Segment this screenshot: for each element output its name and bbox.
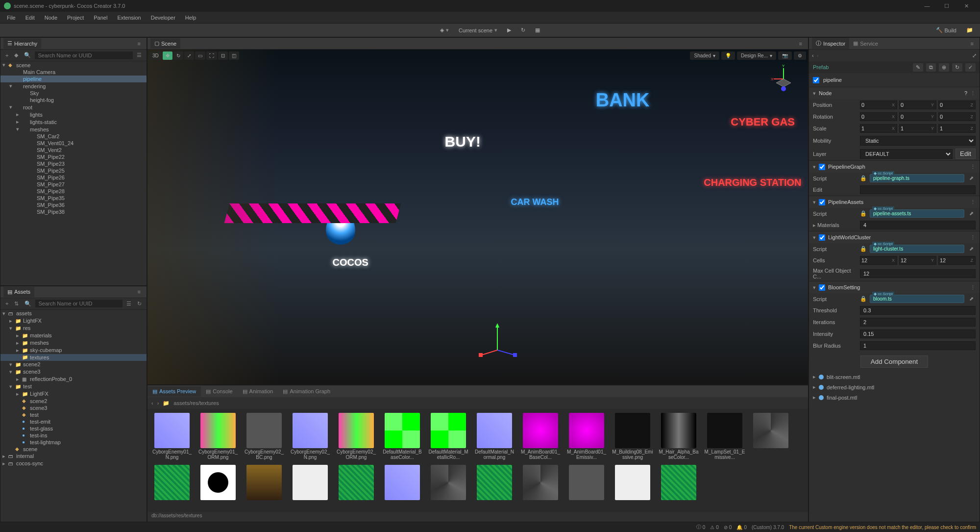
cells-x[interactable] xyxy=(860,256,890,264)
scale-tool[interactable]: ⤢ xyxy=(184,51,194,60)
notification-count[interactable]: 🔔 0 xyxy=(736,525,747,530)
shaded-dropdown[interactable]: Shaded ▾ xyxy=(690,51,719,60)
hierarchy-node[interactable]: ▾meshes xyxy=(0,126,147,133)
component-header[interactable]: ▾ LightWorldCluster⋮ xyxy=(809,231,980,243)
build-button[interactable]: 🔨 Build xyxy=(933,26,959,34)
component-header[interactable]: ▾ BloomSetting⋮ xyxy=(809,281,980,293)
menu-edit[interactable]: Edit xyxy=(21,13,40,23)
anchor-tool[interactable]: ⊡ xyxy=(218,51,228,60)
hierarchy-node[interactable]: SM_Pipe22 xyxy=(0,153,147,160)
material-row[interactable]: ▸deferred-lighting.mtl xyxy=(809,382,980,392)
position-y-input[interactable] xyxy=(900,101,929,109)
script-field[interactable]: ◆ cc.Scriptpipeline-assets.ts xyxy=(870,209,964,218)
prop-input[interactable] xyxy=(860,269,976,278)
rotation-y-input[interactable] xyxy=(900,113,929,121)
asset-cell[interactable]: M_AnimBoard01_BaseCol... xyxy=(520,413,561,460)
component-enabled-checkbox[interactable] xyxy=(819,234,825,241)
hierarchy-node[interactable]: SM_Pipe38 xyxy=(0,208,147,215)
bottom-tab-console[interactable]: ▤Console xyxy=(201,386,237,397)
sort-button[interactable]: ⇅ xyxy=(12,300,21,308)
hierarchy-node[interactable]: SM_Car2 xyxy=(0,133,147,140)
asset-node[interactable]: ▸📁meshes xyxy=(0,339,147,347)
close-button[interactable]: ✕ xyxy=(956,0,976,12)
folder-button[interactable]: 📁 xyxy=(963,26,976,34)
asset-node[interactable]: ◆scene3 xyxy=(0,405,147,411)
scale-z-input[interactable] xyxy=(939,125,969,132)
scene-dropdown[interactable]: Current scene ▾ xyxy=(456,26,500,34)
script-field[interactable]: ◆ cc.Scriptlight-cluster.ts xyxy=(870,245,964,253)
asset-cell[interactable]: M_Hair_Alpha_BaseColor... xyxy=(658,413,699,460)
add-component-button[interactable]: Add Component xyxy=(860,355,928,368)
history-forward-button[interactable]: › xyxy=(817,52,819,58)
assets-search-input[interactable] xyxy=(35,300,122,307)
rect-tool[interactable]: ▭ xyxy=(195,51,205,60)
transform-tool[interactable]: ⛶ xyxy=(206,51,217,60)
hierarchy-node[interactable]: SM_Pipe25 xyxy=(0,167,147,174)
cells-z[interactable] xyxy=(939,256,969,264)
hierarchy-node[interactable]: Sky xyxy=(0,90,147,97)
asset-cell[interactable] xyxy=(612,465,653,501)
bottom-tab-animation-graph[interactable]: ▤Animation Graph xyxy=(278,386,335,397)
prefab-unlink-button[interactable]: ⧉ xyxy=(926,63,936,72)
camera-button[interactable]: 📷 xyxy=(778,51,792,60)
component-enabled-checkbox[interactable] xyxy=(819,199,825,205)
hierarchy-node[interactable]: SM_Vent2 xyxy=(0,147,147,153)
section-menu-icon[interactable]: ⋮ xyxy=(970,90,976,97)
panel-menu-icon[interactable]: ≡ xyxy=(135,40,144,48)
hierarchy-tab[interactable]: ☰Hierarchy xyxy=(3,38,41,49)
hierarchy-node[interactable]: SM_Pipe28 xyxy=(0,188,147,195)
prop-input[interactable] xyxy=(860,185,976,194)
refresh-icon[interactable]: ↻ xyxy=(135,300,144,308)
breadcrumb-path[interactable]: assets/res/textures xyxy=(173,400,219,406)
transform-gizmo[interactable] xyxy=(478,321,517,360)
rotation-z-input[interactable] xyxy=(939,113,969,121)
maximize-button[interactable]: ☐ xyxy=(937,0,956,12)
panel-menu-icon[interactable]: ≡ xyxy=(135,288,144,296)
asset-node[interactable]: ▸🗃cocos-sync xyxy=(0,460,147,467)
hierarchy-node[interactable]: height-fog xyxy=(0,97,147,103)
asset-node[interactable]: ▸▦reflectionProbe_0 xyxy=(0,376,147,383)
panel-menu-icon[interactable]: ≡ xyxy=(968,40,977,48)
position-z-input[interactable] xyxy=(939,101,969,109)
script-field[interactable]: ◆ cc.Scriptbloom.ts xyxy=(870,295,964,303)
asset-cell[interactable] xyxy=(244,465,285,501)
refresh-button[interactable]: ↻ xyxy=(518,26,528,34)
asset-cell[interactable]: DefaultMaterial_MetallicRo... xyxy=(428,413,469,460)
component-header[interactable]: ▾ PiepelineGraph⋮ xyxy=(809,161,980,173)
prefab-apply-button[interactable]: ✓ xyxy=(965,63,976,72)
asset-node[interactable]: ◆scene2 xyxy=(0,398,147,405)
panel-menu-icon[interactable]: ≡ xyxy=(796,40,805,48)
asset-node[interactable]: ▾🗃assets xyxy=(0,310,147,317)
material-row[interactable]: ▸blit-screen.mtl xyxy=(809,372,980,382)
play-button[interactable]: ▶ xyxy=(504,26,514,34)
asset-node[interactable]: ▾📁scene3 xyxy=(0,368,147,376)
assets-tab[interactable]: ▤Assets xyxy=(3,287,34,297)
asset-node[interactable]: ●test-ins xyxy=(0,432,147,439)
menu-project[interactable]: Project xyxy=(62,13,89,23)
component-menu-icon[interactable]: ⋮ xyxy=(970,164,976,170)
script-field[interactable]: ◆ cc.Scriptpipeline-graph.ts xyxy=(870,174,964,182)
asset-cell[interactable]: CyborgEnemy01_ORM.png xyxy=(197,413,239,460)
prefab-revert-button[interactable]: ↻ xyxy=(952,63,962,72)
asset-cell[interactable] xyxy=(658,465,699,501)
position-x-input[interactable] xyxy=(860,101,890,109)
light-toggle[interactable]: 💡 xyxy=(721,51,735,60)
asset-cell[interactable] xyxy=(750,413,791,460)
asset-cell[interactable]: CyborgEnemy02_BC.png xyxy=(244,413,285,460)
material-row[interactable]: ▸final-post.mtl xyxy=(809,392,980,403)
mobility-select[interactable]: Static xyxy=(860,136,976,146)
asset-cell[interactable] xyxy=(290,465,331,501)
add-node-button[interactable]: + xyxy=(3,51,10,59)
asset-node[interactable]: ▸🗃internal xyxy=(0,453,147,460)
bottom-tab-animation[interactable]: ▤Animation xyxy=(238,386,278,397)
scene-tab[interactable]: ▢Scene xyxy=(150,38,180,49)
scale-x-input[interactable] xyxy=(860,125,890,132)
expand-script-icon[interactable]: ⬈ xyxy=(967,210,976,217)
component-menu-icon[interactable]: ⋮ xyxy=(970,234,976,241)
asset-node[interactable]: ▸📁materials xyxy=(0,332,147,339)
mode-3d-button[interactable]: 3D xyxy=(149,51,162,60)
gizmo-dropdown[interactable]: ◈ ▾ xyxy=(437,26,452,34)
asset-cell[interactable]: DefaultMaterial_Normal.png xyxy=(474,413,515,460)
component-menu-icon[interactable]: ⋮ xyxy=(970,284,976,291)
hierarchy-node[interactable]: ▾rendering xyxy=(0,82,147,90)
